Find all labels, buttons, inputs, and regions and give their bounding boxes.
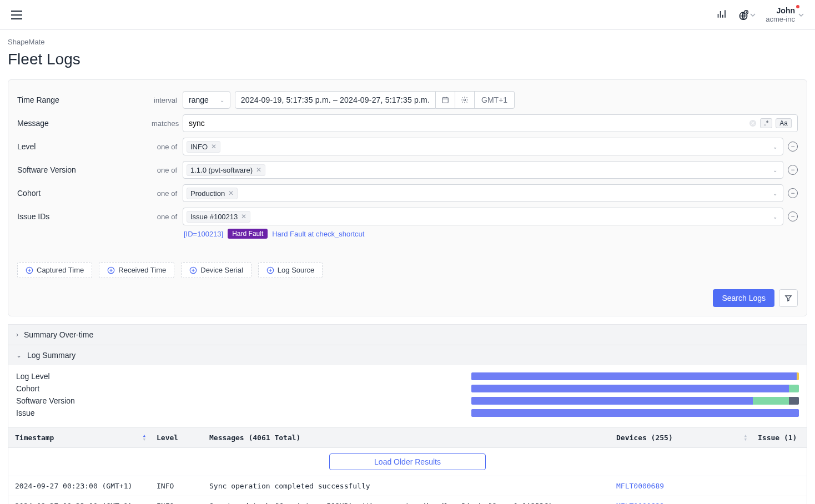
summary-row: Software Version (16, 396, 799, 405)
regex-toggle[interactable]: .* (760, 118, 772, 128)
remove-filter-button[interactable]: − (788, 142, 798, 152)
hamburger-menu-icon[interactable] (11, 9, 22, 21)
tag-issue: Issue #100213✕ (187, 211, 250, 223)
add-filter-button[interactable]: Captured Time (17, 262, 92, 278)
chevron-right-icon: › (16, 331, 18, 339)
col-level: Level (150, 428, 203, 448)
search-logs-button[interactable]: Search Logs (713, 289, 774, 307)
filter-label-timerange: Time Range (17, 95, 152, 104)
filter-sublabel-matches: matches (152, 119, 183, 128)
issue-title-link[interactable]: Hard Fault at check_shortcut (272, 230, 364, 238)
filter-sublabel: one of (152, 166, 183, 174)
tag-swversion: 1.1.0 (pvt-software)✕ (187, 164, 265, 176)
tag-cohort: Production✕ (187, 188, 238, 199)
filter-label-issueids: Issue IDs (17, 212, 152, 221)
summary-bar[interactable] (471, 409, 799, 417)
device-link[interactable]: MFLT0000689 (616, 482, 664, 490)
case-toggle[interactable]: Aa (776, 118, 792, 128)
svg-point-3 (464, 99, 466, 101)
log-summary-header[interactable]: ⌄ Log Summary (8, 345, 807, 365)
chevron-down-icon: ⌄ (773, 190, 777, 196)
summary-bar[interactable] (471, 372, 799, 380)
filter-label-cohort: Cohort (17, 189, 152, 198)
remove-filter-button[interactable]: − (788, 165, 798, 175)
chevron-down-icon (798, 12, 804, 18)
tag-remove-icon[interactable]: ✕ (211, 143, 217, 150)
message-filter-input[interactable] (189, 119, 749, 128)
level-multiselect[interactable]: INFO✕ ⌄ (183, 138, 783, 155)
col-issue: Issue (1) (751, 428, 807, 448)
filter-sublabel-interval: interval (152, 96, 183, 104)
remove-filter-button[interactable]: − (788, 188, 798, 198)
summary-row: Issue (16, 409, 799, 417)
chevron-down-icon: ⌄ (16, 351, 22, 359)
summary-row: Cohort (16, 384, 799, 393)
issue-id-link[interactable]: [ID=100213] (184, 230, 223, 238)
filter-sublabel: one of (152, 143, 183, 151)
filter-label-swversion: Software Version (17, 165, 152, 174)
issue-badge: Hard Fault (228, 229, 268, 239)
col-messages: Messages (4061 Total) (203, 428, 610, 448)
calendar-icon[interactable] (436, 91, 455, 109)
tag-remove-icon[interactable]: ✕ (228, 189, 234, 197)
table-row[interactable]: 2024-09-27 00:23:00 (GMT+1)INFOSync oper… (8, 476, 807, 496)
filter-sublabel: one of (152, 213, 183, 221)
user-name: John (777, 6, 795, 15)
gear-icon[interactable] (455, 91, 475, 109)
message-filter-input-wrapper: .* Aa (183, 114, 798, 132)
table-row[interactable]: 2024-09-27 00:23:00 (GMT+1)INFOSyncing d… (8, 496, 807, 505)
timezone-button[interactable]: GMT+1 (475, 91, 515, 109)
col-devices[interactable]: Devices (255)▲▼ (610, 428, 751, 448)
summary-bar[interactable] (471, 397, 799, 405)
issue-multiselect[interactable]: Issue #100213✕ ⌄ (183, 208, 783, 225)
cohort-multiselect[interactable]: Production✕ ⌄ (183, 184, 783, 202)
interval-select[interactable]: range ⌄ (183, 91, 230, 109)
summary-bar[interactable] (471, 385, 799, 392)
add-filter-button[interactable]: Device Serial (181, 262, 251, 278)
col-timestamp[interactable]: Timestamp▲▼ (8, 428, 150, 448)
remove-filter-button[interactable]: − (788, 211, 798, 221)
software-version-multiselect[interactable]: 1.1.0 (pvt-software)✕ ⌄ (183, 161, 783, 179)
globe-time-icon[interactable] (738, 9, 756, 21)
tag-level: INFO✕ (187, 141, 220, 153)
tag-remove-icon[interactable]: ✕ (241, 213, 246, 220)
tag-remove-icon[interactable]: ✕ (256, 166, 261, 174)
chevron-down-icon: ⌄ (773, 144, 777, 150)
load-older-button[interactable]: Load Older Results (329, 453, 486, 470)
chevron-down-icon: ⌄ (220, 97, 224, 103)
add-filter-button[interactable]: Log Source (258, 262, 323, 278)
chevron-down-icon: ⌄ (773, 167, 777, 173)
filter-settings-button[interactable] (779, 289, 798, 307)
chevron-down-icon: ⌄ (773, 214, 777, 220)
metrics-icon[interactable] (717, 8, 728, 21)
user-org: acme-inc (766, 15, 795, 23)
filter-sublabel: one of (152, 189, 183, 198)
summary-row: Log Level (16, 372, 799, 381)
summary-over-time-header[interactable]: › Summary Over-time (8, 325, 807, 345)
page-title: Fleet Logs (8, 51, 807, 68)
add-filter-button[interactable]: Received Time (99, 262, 174, 278)
filter-label-level: Level (17, 142, 152, 151)
user-menu[interactable]: John acme-inc (766, 6, 804, 23)
date-range-input[interactable]: 2024-09-19, 5:17:35 p.m. – 2024-09-27, 5… (235, 91, 436, 109)
filter-label-message: Message (17, 119, 152, 128)
device-link[interactable]: MFLT0000689 (616, 502, 664, 504)
breadcrumb[interactable]: ShapeMate (8, 38, 807, 46)
svg-rect-2 (442, 98, 449, 103)
clear-icon[interactable] (749, 119, 757, 127)
